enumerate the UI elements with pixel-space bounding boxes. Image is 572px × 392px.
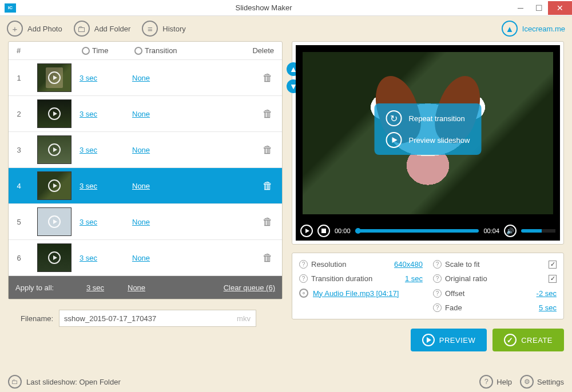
transition-duration-value[interactable]: 1 sec (405, 274, 423, 283)
trash-icon[interactable]: 🗑 (263, 72, 273, 83)
check-icon (504, 334, 517, 346)
help-label: Help (496, 378, 512, 386)
time-link[interactable]: 3 sec (80, 182, 97, 190)
volume-icon[interactable]: 🔊 (504, 225, 517, 237)
preview-button[interactable]: PREVIEW (411, 329, 487, 351)
play-icon (48, 143, 61, 156)
time-link[interactable]: 3 sec (80, 74, 97, 82)
help-icon[interactable]: ? (433, 274, 442, 283)
thumbnail[interactable] (37, 99, 72, 128)
table-row[interactable]: 5 3 sec None 🗑 (9, 204, 282, 240)
volume-track[interactable] (521, 229, 555, 233)
add-folder-button[interactable]: 🗀 Add Folder (74, 21, 131, 37)
offset-value[interactable]: -2 sec (537, 289, 557, 298)
original-ratio-label: Original ratio (445, 274, 487, 283)
apply-all-label: Apply to all: (15, 283, 86, 292)
transition-link[interactable]: None (132, 218, 150, 226)
time-current: 00:00 (335, 227, 351, 234)
thumbnail[interactable] (37, 243, 72, 272)
time-link[interactable]: 3 sec (80, 146, 97, 154)
trash-icon[interactable]: 🗑 (263, 144, 273, 155)
play-button[interactable] (300, 225, 313, 237)
table-row[interactable]: 6 3 sec None 🗑 (9, 240, 282, 276)
brand-link[interactable]: ▲ Icecream.me (502, 21, 565, 37)
close-button[interactable]: ✕ (548, 1, 572, 15)
table-row[interactable]: 2 3 sec None 🗑 (9, 96, 282, 132)
table-row[interactable]: 4 3 sec None 🗑 (9, 168, 282, 204)
window-title: Slideshow Maker (16, 3, 511, 12)
time-total: 00:04 (483, 227, 499, 234)
help-icon[interactable]: ? (299, 260, 308, 269)
transition-link[interactable]: None (132, 110, 150, 118)
create-button[interactable]: CREATE (492, 329, 564, 351)
time-link[interactable]: 3 sec (80, 254, 97, 262)
help-icon[interactable]: ? (433, 289, 442, 298)
fade-label: Fade (445, 303, 462, 312)
table-row[interactable]: 1 3 sec None 🗑 (9, 60, 282, 96)
folder-icon: 🗀 (74, 21, 90, 37)
disc-icon (299, 289, 308, 298)
trash-icon[interactable]: 🗑 (263, 108, 273, 119)
minimize-button[interactable]: ─ (511, 1, 530, 15)
folder-icon[interactable]: 🗀 (8, 375, 22, 389)
apply-all-time[interactable]: 3 sec (86, 283, 128, 292)
slides-table: # Time Transition Delete 1 3 sec None 🗑 … (8, 41, 283, 299)
trash-icon[interactable]: 🗑 (263, 216, 273, 227)
clear-queue-link[interactable]: Clear queue (6) (224, 283, 275, 292)
history-button[interactable]: ≡ History (142, 21, 185, 37)
play-icon (48, 251, 61, 264)
preview-button-label: PREVIEW (439, 336, 475, 345)
trash-icon[interactable]: 🗑 (263, 252, 273, 263)
add-photo-button[interactable]: + Add Photo (7, 21, 62, 37)
settings-label: Settings (537, 378, 564, 386)
apply-all-bar: Apply to all: 3 sec None Clear queue (6) (9, 276, 282, 299)
ratio-checkbox[interactable]: ✓ (549, 275, 557, 283)
row-index: 4 (9, 182, 29, 190)
play-icon (48, 179, 61, 192)
scale-checkbox[interactable]: ✓ (549, 261, 557, 269)
add-folder-label: Add Folder (94, 25, 131, 33)
app-icon: IC (5, 3, 16, 13)
brand-label: Icecream.me (522, 25, 565, 33)
maximize-button[interactable]: ☐ (530, 1, 548, 15)
repeat-transition-button[interactable]: Repeat transition (386, 110, 470, 126)
fade-value[interactable]: 5 sec (539, 303, 557, 312)
repeat-label: Repeat transition (409, 114, 465, 123)
transition-link[interactable]: None (132, 74, 150, 82)
audio-file-link[interactable]: My Audio File.mp3 [04:17] (313, 289, 399, 298)
help-button[interactable]: ?Help (479, 375, 512, 389)
transition-duration-label: Transition duration (311, 274, 372, 283)
player-controls: 00:00 00:04 🔊 (296, 221, 560, 241)
thumbnail[interactable] (37, 207, 72, 236)
col-transition: Transition (145, 46, 177, 55)
col-delete: Delete (252, 46, 280, 55)
last-slideshow-link[interactable]: Last slideshow: Open Folder (26, 378, 121, 386)
transition-link[interactable]: None (132, 254, 150, 262)
filename-input[interactable] (59, 310, 256, 327)
row-index: 2 (9, 110, 29, 118)
time-link[interactable]: 3 sec (80, 218, 97, 226)
resolution-value[interactable]: 640x480 (394, 260, 423, 269)
apply-all-transition[interactable]: None (128, 283, 179, 292)
time-link[interactable]: 3 sec (80, 110, 97, 118)
help-icon[interactable]: ? (433, 260, 442, 269)
resolution-label: Resolution (311, 260, 346, 269)
video-preview[interactable]: Repeat transition Preview slideshow (296, 45, 560, 221)
settings-button[interactable]: ⚙Settings (520, 375, 564, 389)
col-index: # (11, 46, 31, 55)
thumbnail[interactable] (37, 63, 72, 92)
help-icon[interactable]: ? (433, 303, 442, 312)
thumbnail[interactable] (37, 135, 72, 164)
filename-label: Filename: (21, 314, 53, 323)
table-row[interactable]: 3 3 sec None 🗑 (9, 132, 282, 168)
preview-slideshow-button[interactable]: Preview slideshow (386, 132, 470, 148)
thumbnail[interactable] (37, 171, 72, 200)
clock-icon (82, 47, 90, 55)
transition-link[interactable]: None (132, 146, 150, 154)
stop-button[interactable] (317, 225, 330, 237)
transition-link[interactable]: None (132, 182, 150, 190)
help-icon[interactable]: ? (299, 274, 308, 283)
trash-icon[interactable]: 🗑 (263, 180, 273, 191)
seek-track[interactable] (355, 229, 479, 233)
repeat-icon (386, 110, 402, 126)
